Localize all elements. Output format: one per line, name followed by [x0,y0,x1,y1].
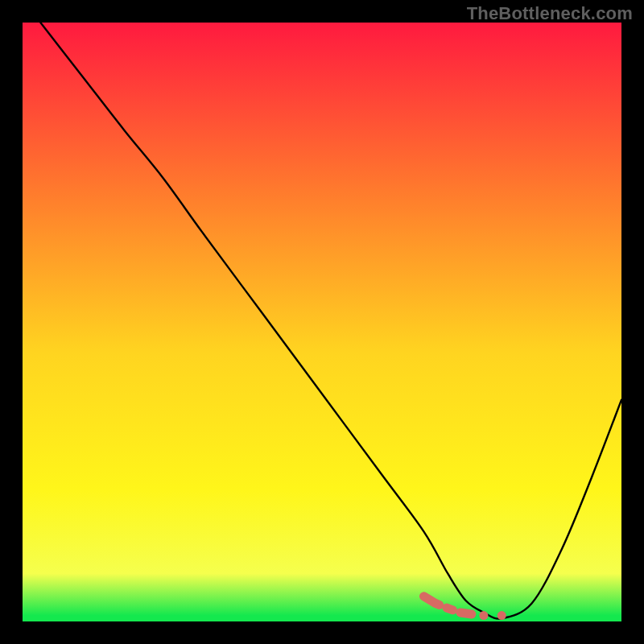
chart-container: TheBottleneck.com [0,0,644,644]
plot-area [23,23,621,621]
watermark-text: TheBottleneck.com [467,3,633,24]
gradient-background [23,23,621,621]
chart-svg [23,23,621,621]
highlight-dot [497,611,506,620]
highlight-dot [479,611,488,620]
